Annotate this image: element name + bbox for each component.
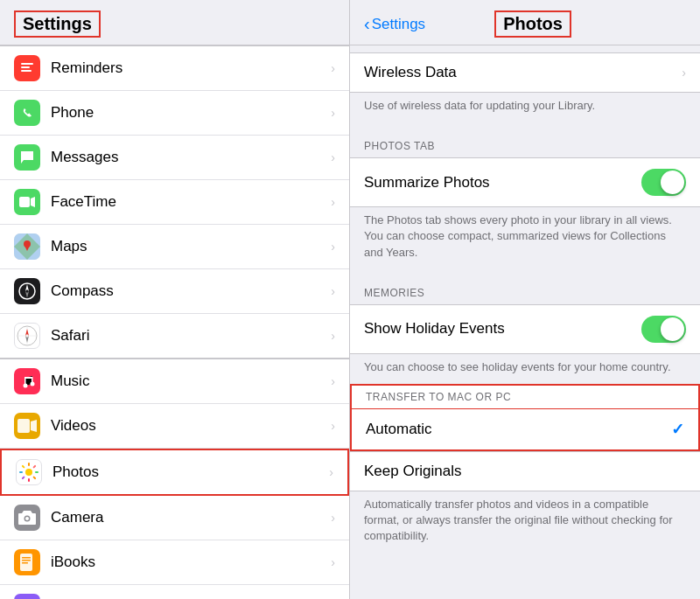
left-panel: Settings Reminders › Phone › — [0, 0, 350, 599]
svg-rect-31 — [22, 465, 25, 469]
keep-originals-card: Keep Originals — [350, 451, 700, 491]
summarize-photos-toggle[interactable] — [641, 169, 686, 196]
maps-icon — [14, 233, 40, 260]
automatic-checkmark: ✓ — [671, 420, 684, 439]
safari-chevron: › — [331, 329, 335, 343]
sidebar-item-safari[interactable]: Safari › — [0, 314, 349, 358]
videos-icon — [14, 413, 40, 439]
keep-originals-label: Keep Originals — [364, 463, 686, 480]
keep-originals-row[interactable]: Keep Originals — [350, 452, 700, 491]
svg-rect-25 — [28, 463, 30, 466]
svg-marker-10 — [25, 284, 29, 291]
automatic-label: Automatic — [366, 421, 671, 438]
wireless-data-row[interactable]: Wireless Data › — [350, 53, 700, 92]
svg-rect-28 — [35, 471, 38, 473]
transfer-header: TRANSFER TO MAC OR PC — [350, 384, 700, 410]
svg-rect-26 — [28, 478, 30, 482]
compass-icon — [14, 278, 40, 304]
settings-title: Settings — [14, 10, 101, 38]
reminders-label: Reminders — [51, 59, 331, 77]
sidebar-item-phone[interactable]: Phone › — [0, 91, 349, 136]
ibooks-label: iBooks — [51, 554, 331, 571]
phone-icon — [14, 100, 40, 126]
svg-rect-32 — [32, 476, 36, 479]
phone-label: Phone — [51, 104, 331, 122]
music-chevron: › — [331, 374, 335, 388]
svg-rect-29 — [32, 465, 36, 469]
sidebar-item-messages[interactable]: Messages › — [0, 136, 349, 180]
sidebar-item-facetime[interactable]: FaceTime › — [0, 180, 349, 225]
sidebar-item-videos[interactable]: Videos › — [0, 404, 349, 449]
wireless-data-label: Wireless Data — [364, 64, 682, 81]
memories-header: MEMORIES — [350, 269, 700, 304]
facetime-chevron: › — [331, 195, 335, 209]
summarize-photos-description: The Photos tab shows every photo in your… — [350, 207, 700, 269]
summarize-photos-card: Summarize Photos — [350, 157, 700, 207]
svg-rect-38 — [22, 562, 28, 564]
sidebar-item-photos[interactable]: Photos › — [0, 449, 349, 496]
reminders-chevron: › — [331, 61, 335, 75]
svg-marker-11 — [25, 291, 29, 298]
facetime-icon — [14, 189, 40, 215]
right-panel: ‹ Settings Photos Wireless Data › Use of… — [350, 0, 700, 599]
main-container: Settings Reminders › Phone › — [0, 0, 700, 599]
automatic-card: Automatic ✓ — [350, 409, 700, 451]
sidebar-item-reminders[interactable]: Reminders › — [0, 46, 349, 91]
back-button[interactable]: ‹ Settings — [364, 14, 425, 34]
music-label: Music — [51, 373, 331, 390]
maps-chevron: › — [331, 240, 335, 254]
messages-chevron: › — [331, 150, 335, 164]
ibooks-chevron: › — [331, 555, 335, 569]
camera-icon — [14, 505, 40, 531]
show-holiday-events-row[interactable]: Show Holiday Events — [350, 305, 700, 353]
phone-chevron: › — [331, 106, 335, 120]
sidebar-item-maps[interactable]: Maps › — [0, 225, 349, 269]
sidebar-item-music[interactable]: Music › — [0, 359, 349, 404]
safari-icon — [14, 323, 40, 349]
svg-rect-1 — [21, 66, 30, 68]
svg-rect-20 — [24, 377, 26, 386]
sidebar-item-compass[interactable]: Compass › — [0, 269, 349, 314]
sidebar-item-camera[interactable]: Camera › — [0, 496, 349, 540]
settings-group-1: Reminders › Phone › Messages › — [0, 45, 349, 359]
camera-label: Camera — [51, 509, 331, 526]
maps-label: Maps — [51, 238, 331, 255]
sidebar-item-ibooks[interactable]: iBooks › — [0, 540, 349, 585]
photos-tab-header: PHOTOS TAB — [350, 122, 700, 157]
automatic-row[interactable]: Automatic ✓ — [352, 409, 698, 449]
right-header: ‹ Settings Photos — [350, 0, 700, 45]
back-chevron-icon: ‹ — [364, 14, 370, 34]
videos-chevron: › — [331, 419, 335, 433]
back-label: Settings — [372, 16, 425, 33]
summarize-photos-row[interactable]: Summarize Photos — [350, 158, 700, 206]
wireless-data-description: Use of wireless data for updating your L… — [350, 93, 700, 122]
svg-rect-36 — [22, 557, 31, 559]
svg-rect-27 — [19, 471, 23, 473]
left-header: Settings — [0, 0, 349, 45]
svg-rect-22 — [18, 419, 30, 433]
show-holiday-events-description: You can choose to see holiday events for… — [350, 354, 700, 384]
right-content: Wireless Data › Use of wireless data for… — [350, 45, 700, 599]
compass-label: Compass — [51, 282, 331, 300]
messages-label: Messages — [51, 149, 331, 166]
svg-rect-2 — [21, 70, 32, 72]
settings-group-2: Music › Videos › — [0, 359, 349, 599]
svg-point-34 — [25, 517, 29, 520]
ibooks-icon — [14, 549, 40, 575]
show-holiday-events-card: Show Holiday Events — [350, 304, 700, 354]
summarize-photos-label: Summarize Photos — [364, 174, 641, 192]
show-holiday-events-toggle[interactable] — [641, 316, 686, 343]
svg-rect-21 — [32, 377, 33, 384]
podcasts-icon — [14, 594, 40, 599]
reminders-icon — [14, 55, 40, 81]
safari-label: Safari — [51, 327, 331, 345]
svg-marker-23 — [31, 420, 37, 432]
photos-icon — [16, 459, 42, 485]
sidebar-item-podcasts[interactable]: Podcasts › — [0, 585, 349, 599]
svg-rect-30 — [22, 476, 25, 479]
svg-point-24 — [25, 469, 32, 476]
svg-rect-37 — [22, 560, 31, 561]
videos-label: Videos — [51, 417, 331, 435]
svg-rect-0 — [21, 63, 33, 65]
svg-marker-4 — [31, 197, 35, 207]
